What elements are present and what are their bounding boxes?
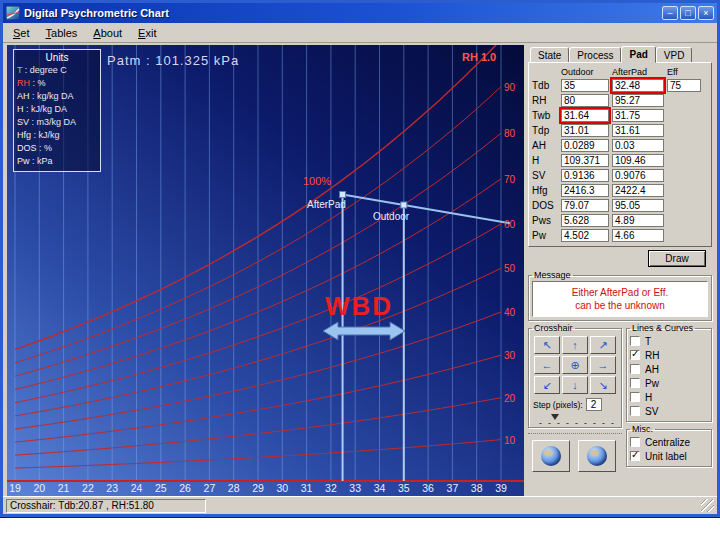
twb-afterpad-field[interactable]: 31.75: [612, 109, 664, 122]
ah-afterpad-field[interactable]: 0.03: [612, 139, 664, 152]
dos-outdoor-field[interactable]: 79.07: [561, 199, 609, 212]
maximize-button[interactable]: □: [680, 6, 696, 20]
titlebar: Digital Psychrometric Chart – □ ×: [3, 3, 717, 23]
globe-icon: [587, 446, 607, 466]
pws-afterpad-field[interactable]: 4.89: [612, 214, 664, 227]
curve-toggle-rh: RH: [630, 348, 708, 362]
tab-strip: StateProcessPadVPD: [530, 46, 712, 63]
lines-curves-group: Lines & Curves TRHAHPwHSV: [626, 323, 712, 422]
tdp-afterpad-field[interactable]: 31.61: [612, 124, 664, 137]
resize-grip[interactable]: [701, 499, 714, 512]
h-afterpad-field[interactable]: 109.46: [612, 154, 664, 167]
step-slider[interactable]: [535, 414, 615, 424]
units-row-rh: RH : %: [17, 77, 97, 90]
wbd-annotation: WBD: [325, 291, 393, 322]
tab-state[interactable]: State: [530, 47, 569, 63]
column-header-afterpad: AfterPad: [612, 67, 664, 77]
close-button[interactable]: ×: [698, 6, 714, 20]
sv-afterpad-field[interactable]: 0.9076: [612, 169, 664, 182]
crosshair-arrow-down-button[interactable]: ↓: [562, 376, 588, 394]
crosshair-globe-button[interactable]: ⊕: [562, 356, 588, 374]
tdb-afterpad-field[interactable]: 32.48: [612, 79, 664, 92]
checkbox-ah[interactable]: [630, 364, 640, 374]
units-row-ah: AH : kg/kg DA: [17, 90, 97, 103]
checkbox-label: T: [645, 336, 651, 347]
minimize-button[interactable]: –: [662, 6, 678, 20]
unit-symbol: AH: [17, 91, 30, 101]
bottom-controls: Crosshair ↖↑↗←⊕→↙↓↘ Step (pixels): 2: [528, 321, 712, 472]
pw-afterpad-field[interactable]: 4.66: [612, 229, 664, 242]
crosshair-arrow-right-button[interactable]: →: [590, 356, 616, 374]
rh-curve-label: 10: [504, 435, 515, 446]
x-axis-tick-label: 32: [321, 482, 341, 494]
afterpad-point-label: AfterPad: [307, 199, 346, 210]
rh-outdoor-field[interactable]: 80: [561, 94, 609, 107]
tab-vpd[interactable]: VPD: [656, 47, 693, 63]
dos-afterpad-field[interactable]: 95.05: [612, 199, 664, 212]
x-axis-tick-label: 31: [297, 482, 317, 494]
globe-button-2[interactable]: [578, 440, 616, 472]
units-legend-title: Units: [17, 52, 97, 63]
crosshair-arrow-up-right-button[interactable]: ↗: [590, 336, 616, 354]
curve-toggle-pw: Pw: [630, 376, 708, 390]
x-axis-tick-label: 35: [394, 482, 414, 494]
x-axis-tick-label: 21: [54, 482, 74, 494]
tdp-outdoor-field[interactable]: 31.01: [561, 124, 609, 137]
units-row-pw: Pw : kPa: [17, 155, 97, 168]
message-group: Message Either AfterPad or Eff. can be t…: [528, 270, 712, 321]
units-row-hfg: Hfg : kJ/kg: [17, 129, 97, 142]
pws-outdoor-field[interactable]: 5.628: [561, 214, 609, 227]
crosshair-arrow-down-left-button[interactable]: ↙: [534, 376, 560, 394]
menu-item-exit[interactable]: Exit: [130, 25, 164, 41]
row-label: Tdb: [532, 80, 558, 91]
crosshair-arrow-down-right-button[interactable]: ↘: [590, 376, 616, 394]
tab-process[interactable]: Process: [569, 47, 621, 63]
checkbox-rh[interactable]: [630, 350, 640, 360]
globe-button-1[interactable]: [532, 440, 570, 472]
checkbox-sv[interactable]: [630, 406, 640, 416]
x-axis-tick-label: 26: [175, 482, 195, 494]
ah-outdoor-field[interactable]: 0.0289: [561, 139, 609, 152]
x-axis-tick-label: 20: [29, 482, 49, 494]
units-row-sv: SV : m3/kg DA: [17, 116, 97, 129]
menu-item-about[interactable]: About: [85, 25, 130, 41]
tab-pad[interactable]: Pad: [621, 46, 655, 63]
state-row-h: H109.371109.46: [532, 153, 709, 168]
menu-bar: SetTablesAboutExit: [3, 23, 717, 43]
state-row-pw: Pw4.5024.66: [532, 228, 709, 243]
slider-thumb[interactable]: [551, 414, 559, 420]
arrow-left-icon: ←: [542, 359, 553, 371]
crosshair-arrow-up-left-button[interactable]: ↖: [534, 336, 560, 354]
units-row-t: T : degree C: [17, 64, 97, 77]
checkbox-unit-label[interactable]: [630, 451, 640, 461]
crosshair-arrow-left-button[interactable]: ←: [534, 356, 560, 374]
message-line: can be the unknown: [535, 299, 705, 312]
twb-outdoor-field[interactable]: 31.64: [561, 109, 609, 122]
hfg-outdoor-field[interactable]: 2416.3: [561, 184, 609, 197]
step-row: Step (pixels): 2: [532, 396, 618, 411]
state-row-twb: Twb31.6431.75: [532, 108, 709, 123]
menu-item-set[interactable]: Set: [5, 25, 38, 41]
pw-outdoor-field[interactable]: 4.502: [561, 229, 609, 242]
tdb-outdoor-field[interactable]: 35: [561, 79, 609, 92]
hfg-afterpad-field[interactable]: 2422.4: [612, 184, 664, 197]
h-outdoor-field[interactable]: 109.371: [561, 154, 609, 167]
menu-item-tables[interactable]: Tables: [38, 25, 86, 41]
tdb-eff-field[interactable]: 75: [667, 79, 701, 92]
checkbox-pw[interactable]: [630, 378, 640, 388]
rh-afterpad-field[interactable]: 95.27: [612, 94, 664, 107]
psychrometric-chart[interactable]: Units T : degree CRH : %AH : kg/kg DAH :…: [7, 45, 524, 497]
checkbox-centralize[interactable]: [630, 437, 640, 447]
sv-outdoor-field[interactable]: 0.9136: [561, 169, 609, 182]
draw-button[interactable]: Draw: [648, 250, 706, 267]
crosshair-arrow-up-button[interactable]: ↑: [562, 336, 588, 354]
status-bar: Crosshair: Tdb:20.87 , RH:51.80: [3, 496, 717, 514]
column-header-eff: Eff: [667, 67, 701, 77]
step-value-field[interactable]: 2: [586, 398, 602, 411]
window-title: Digital Psychrometric Chart: [24, 7, 658, 19]
checkbox-h[interactable]: [630, 392, 640, 402]
x-axis-tick-label: 30: [272, 482, 292, 494]
checkbox-label: H: [645, 392, 652, 403]
checkbox-t[interactable]: [630, 336, 640, 346]
state-row-sv: SV0.91360.9076: [532, 168, 709, 183]
